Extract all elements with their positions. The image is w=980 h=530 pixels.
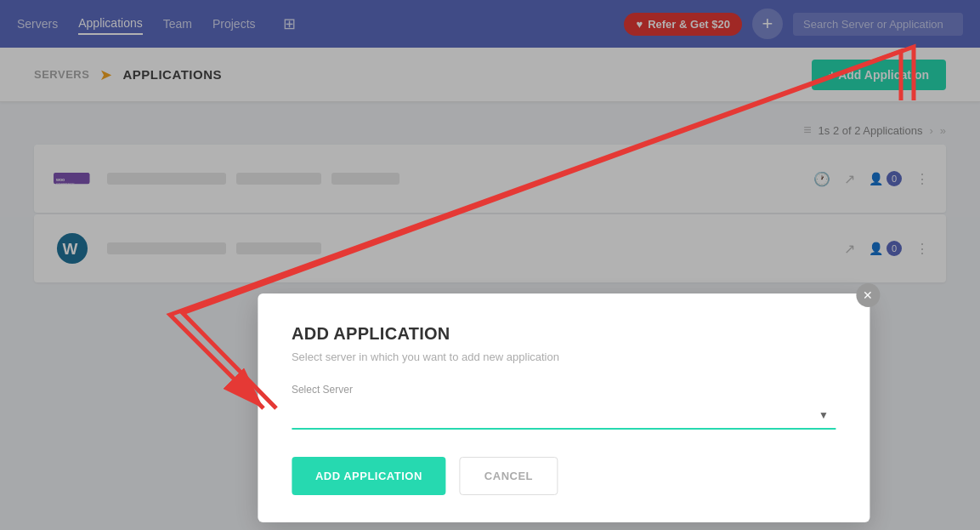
add-application-submit-button[interactable]: ADD APPLICATION bbox=[292, 457, 446, 495]
cancel-button[interactable]: CANCEL bbox=[460, 457, 558, 495]
modal-title: ADD APPLICATION bbox=[292, 324, 836, 344]
modal-close-button[interactable]: ✕ bbox=[856, 283, 880, 307]
modal-subtitle: Select server in which you want to add n… bbox=[292, 350, 836, 363]
select-server-label: Select Server bbox=[292, 384, 836, 396]
add-application-modal: ✕ ADD APPLICATION Select server in which… bbox=[258, 293, 870, 522]
select-server-wrapper: ▼ bbox=[292, 401, 836, 430]
modal-actions: ADD APPLICATION CANCEL bbox=[292, 457, 836, 495]
select-server-dropdown[interactable] bbox=[292, 401, 836, 430]
